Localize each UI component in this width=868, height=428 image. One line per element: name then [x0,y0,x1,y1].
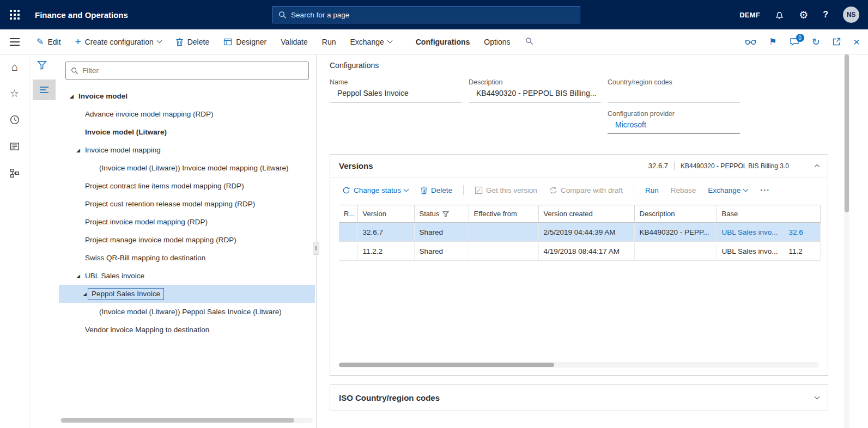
base-configuration-link[interactable]: UBL Sales invo... [722,228,778,236]
tree-node[interactable]: Project contract line items model mappin… [59,177,315,195]
user-avatar[interactable]: NS [843,7,859,23]
company-selector[interactable]: DEMF [739,11,760,19]
app-launcher-button[interactable] [0,0,29,29]
tree-node[interactable]: Vendor invoice Mapping to destination [59,321,315,339]
column-header-description[interactable]: Description [634,205,717,223]
column-header-effective-from[interactable]: Effective from [469,205,538,223]
tree-node[interactable]: (Invoice model (Litware)) Invoice model … [59,159,315,177]
row-select-cell[interactable] [339,223,357,242]
tab-configurations[interactable]: Configurations [409,29,477,54]
designer-icon [223,38,232,46]
name-field-value[interactable]: Peppol Sales Invoice [330,89,462,102]
expand-arrow-icon[interactable]: ◢ [76,148,85,153]
help-button[interactable]: ? [823,10,828,20]
rebase-button[interactable]: Rebase [667,186,700,194]
version-row-selected[interactable]: 32.6.7 Shared 2/5/2019 04:44:39 AM KB449… [339,223,820,242]
open-in-new-window-button[interactable] [833,38,841,46]
tree-node[interactable]: Invoice model (Litware) [59,123,315,141]
tree-node-label: Invoice model [78,92,128,100]
scrollbar-thumb[interactable] [845,54,849,212]
column-header-base[interactable]: Base [717,205,820,223]
tree-node-label: UBL Sales invoice [85,272,144,280]
splitter-handle[interactable]: ‖ [313,242,319,255]
version-row[interactable]: 11.2.2 Shared 4/19/2018 08:44:17 AM UBL … [339,242,820,261]
versions-toolbar: Change status Delete Get this version Co… [330,178,828,203]
global-search[interactable] [272,6,580,23]
edit-button[interactable]: ✎ Edit [29,29,68,54]
run-version-button[interactable]: Run [642,186,662,194]
expand-arrow-icon[interactable]: ◢ [76,273,85,279]
scrollbar-thumb[interactable] [61,418,294,423]
compare-with-draft-button[interactable]: Compare with draft [546,186,626,194]
expand-section-button[interactable] [815,396,819,400]
exchange-menu-button[interactable]: Exchange [343,29,398,54]
filter-panel-button[interactable] [37,60,47,72]
chevron-up-icon [815,164,820,170]
tree-filter-input[interactable] [82,66,304,75]
expand-arrow-icon[interactable]: ◢ [70,94,78,99]
refresh-button[interactable]: ↻ [812,37,820,47]
modules-button[interactable] [7,167,23,180]
flag-button[interactable]: ⚑ [769,38,776,46]
tree-node[interactable]: (Invoice model (Litware)) Peppol Sales I… [59,303,315,321]
recent-button[interactable] [7,113,23,126]
status-filter-icon[interactable] [442,211,449,217]
versions-fasttab-header[interactable]: Versions 32.6.7 KB4490320 - PEPPOL BIS B… [330,155,828,178]
designer-button[interactable]: Designer [216,29,274,54]
tree-node[interactable]: Project cust retention release model map… [59,195,315,213]
notifications-bell-button[interactable] [775,10,784,20]
nav-menu-toggle-button[interactable] [0,29,29,54]
tree-filter-field[interactable] [65,62,309,80]
close-button[interactable]: × [853,36,860,47]
tree-node[interactable]: ◢ Invoice model [59,87,315,105]
tree-view-button[interactable] [33,80,56,100]
column-header-status[interactable]: Status [414,205,469,223]
country-codes-field-value[interactable] [608,89,740,102]
tab-options[interactable]: Options [477,29,517,54]
description-field-label: Description [469,78,601,86]
get-this-version-button[interactable]: Get this version [471,186,541,194]
exchange-version-button[interactable]: Exchange [705,186,751,194]
tree-node[interactable]: ◢ UBL Sales invoice [59,267,315,285]
more-button[interactable]: ⋯ [756,184,773,196]
scrollbar-thumb[interactable] [339,363,554,367]
delete-button[interactable]: Delete [168,29,216,54]
tree-node[interactable]: Project manage invoice model mapping (RD… [59,231,315,249]
tree-node[interactable]: Swiss QR-Bill mapping to destination [59,249,315,267]
change-status-button[interactable]: Change status [339,186,411,194]
tree-node[interactable]: Advance invoice model mapping (RDP) [59,105,315,123]
details-content: Configurations Name Peppol Sales Invoice… [319,54,868,428]
left-nav-rail: ⌂ ☆ [0,54,29,428]
favorites-button[interactable]: ☆ [7,87,23,100]
row-select-cell[interactable] [339,242,357,261]
run-button[interactable]: Run [315,29,343,54]
grid-horizontal-scrollbar[interactable] [339,362,819,368]
tree-node[interactable]: ◢ Invoice model mapping [59,141,315,159]
preview-glasses-button[interactable] [745,38,756,45]
validate-button[interactable]: Validate [274,29,315,54]
delete-version-button[interactable]: Delete [417,186,456,194]
trash-icon [420,186,428,194]
global-search-input[interactable] [291,11,574,19]
home-button[interactable]: ⌂ [7,60,23,73]
create-configuration-button[interactable]: + Create configuration [68,29,168,54]
hamburger-icon [10,41,20,42]
base-version-link[interactable]: 32.6 [789,228,803,236]
configuration-tree: ◢ Invoice model Advance invoice model ma… [59,87,315,414]
configuration-provider-value[interactable]: Microsoft [608,120,740,134]
effective-from-cell [469,223,538,242]
settings-gear-button[interactable]: ⚙ [799,10,808,20]
actions-search-button[interactable] [518,37,541,47]
content-vertical-scrollbar[interactable] [844,54,849,428]
column-header-select[interactable]: R... [339,205,357,223]
workspaces-button[interactable] [7,140,23,153]
tree-horizontal-scrollbar[interactable] [60,418,313,423]
messages-button[interactable]: 0 [790,38,799,46]
collapse-section-button[interactable] [815,164,819,168]
column-header-version[interactable]: Version [357,205,414,223]
tree-node-selected[interactable]: ◢ Peppol Sales Invoice [59,285,315,303]
iso-country-codes-fasttab[interactable]: ISO Country/region codes [330,384,828,411]
column-header-version-created[interactable]: Version created [538,205,634,223]
tree-node[interactable]: Project invoice model mapping (RDP) [59,213,315,231]
description-field-value[interactable]: KB4490320 - PEPPOL BIS Billing... [469,89,601,102]
